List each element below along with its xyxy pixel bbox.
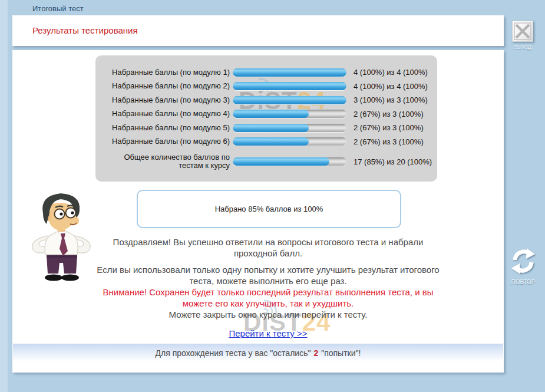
score-row-value: 4 (100%) из 4 (100%) [354, 68, 428, 77]
repeat-button-label: ПОВТОР [506, 279, 541, 285]
exit-button-label: выход [508, 44, 537, 50]
progress-fill [233, 157, 329, 166]
progress-bar [233, 82, 346, 90]
score-row-value: 3 (100%) из 3 (100%) [354, 95, 428, 104]
progress-fill [233, 110, 309, 118]
score-row: Набранные баллы (по модулю 5) 2 (67%) из… [95, 121, 437, 135]
score-row-value: 17 (85%) из 20 (100%) [354, 157, 432, 166]
teacher-character-illustration [25, 190, 95, 283]
score-row-label: Набранные баллы (по модулю 2) [95, 82, 230, 90]
score-row-label: Набранные баллы (по модулю 4) [95, 110, 230, 118]
score-summary-text: Набрано 85% баллов из 100% [215, 205, 323, 213]
attempts-count: 2 [313, 348, 318, 358]
exit-button[interactable]: выход [508, 21, 537, 50]
attempts-prefix: Для прохождения теста у вас "остались" [156, 348, 311, 358]
score-row-label: Набранные баллы (по модулю 5) [95, 124, 230, 132]
progress-bar [233, 124, 346, 132]
page-title: Итоговый тест [32, 4, 84, 13]
score-row-value: 2 (67%) из 3 (100%) [354, 123, 424, 132]
repeat-icon [508, 248, 539, 275]
progress-fill [233, 96, 346, 104]
go-to-test-link-row: Перейти к тесту >> [91, 328, 445, 339]
score-row: Общее количество баллов по тестам к курс… [95, 151, 437, 172]
score-row-value: 2 (67%) из 3 (100%) [354, 110, 424, 118]
go-to-test-link[interactable]: Перейти к тесту >> [229, 328, 307, 338]
score-summary-box: Набрано 85% баллов из 100% [137, 190, 401, 228]
main-content-panel: DiST24 Набранные баллы (по модулю 1) 4 (… [12, 50, 504, 373]
attempts-suffix: "попытки"! [321, 348, 361, 358]
progress-bar [233, 137, 346, 146]
results-heading: Результаты тестирования [32, 25, 138, 35]
warning-message: Внимание! Сохранен будет только последни… [91, 286, 445, 309]
progress-bar [233, 110, 346, 118]
retry-info-message: Если вы использовали только одну попытку… [91, 264, 445, 286]
score-panel: Набранные баллы (по модулю 1) 4 (100%) и… [95, 55, 437, 182]
score-row-label: Набранные баллы (по модулю 6) [95, 137, 230, 146]
progress-bar [233, 68, 346, 77]
score-row: Набранные баллы (по модулю 4) 2 (67%) из… [95, 107, 437, 121]
progress-bar [233, 96, 346, 104]
congrats-message: Поздравляем! Вы успешно ответили на вопр… [91, 236, 445, 259]
score-row: Набранные баллы (по модулю 6) 2 (67%) из… [95, 135, 437, 149]
score-row: Набранные баллы (по модулю 2) 4 (100%) и… [95, 80, 437, 94]
score-rows: Набранные баллы (по модулю 1) 4 (100%) и… [95, 65, 437, 172]
close-icon[interactable] [512, 21, 533, 42]
score-row-label: Набранные баллы (по модулю 3) [95, 96, 230, 104]
result-messages: Поздравляем! Вы успешно ответили на вопр… [91, 236, 445, 320]
progress-fill [233, 137, 309, 146]
left-edge-strip [0, 0, 8, 392]
score-row-value: 2 (67%) из 3 (100%) [354, 137, 424, 146]
score-row: Набранные баллы (по модулю 1) 4 (100%) и… [95, 65, 437, 80]
progress-fill [233, 82, 346, 90]
score-row: Набранные баллы (по модулю 3) 3 (100%) и… [95, 93, 437, 107]
score-row-label: Общее количество баллов по тестам к курс… [95, 153, 230, 170]
progress-bar [233, 157, 346, 166]
score-row-label: Набранные баллы (по модулю 1) [95, 68, 230, 77]
header-card: Результаты тестирования [12, 15, 504, 46]
repeat-button[interactable]: ПОВТОР [506, 248, 541, 285]
score-row-value: 4 (100%) из 4 (100%) [354, 82, 428, 91]
attempts-bar: Для прохождения теста у вас "остались" 2… [13, 344, 503, 361]
progress-fill [233, 124, 309, 132]
progress-fill [233, 68, 346, 77]
close-or-retry-message: Можете закрыть окно курса или перейти к … [91, 309, 445, 320]
